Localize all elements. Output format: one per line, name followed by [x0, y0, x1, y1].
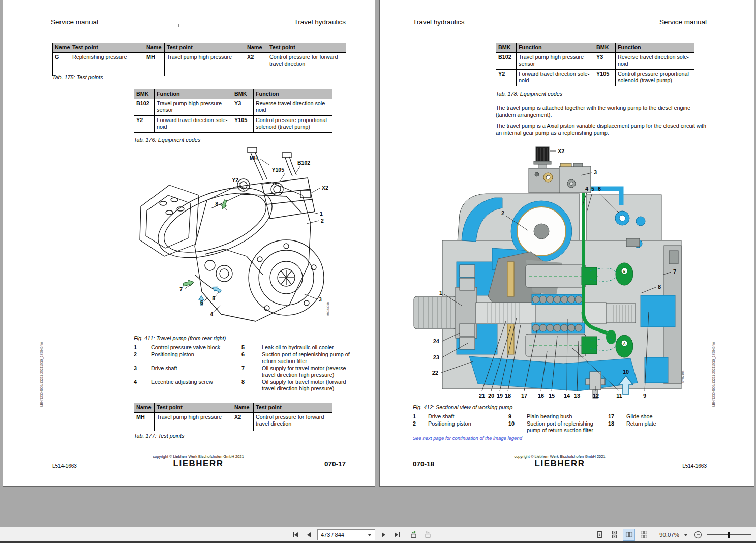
cell: X2 [232, 413, 254, 431]
fig411-image-code: sfh02303b [326, 301, 329, 316]
fig412-callout-23: 23 [433, 354, 439, 360]
page-combo-caret-icon[interactable] [367, 532, 373, 538]
cell: Y3 [232, 99, 254, 116]
legend-number: 2 [413, 420, 428, 434]
legend-number: 17 [608, 413, 626, 420]
two-page-layout-button[interactable] [623, 529, 634, 540]
fig412-callout-20: 20 [488, 393, 494, 399]
fig411-callout-b102: B102 [297, 160, 310, 166]
continuous-layout-button[interactable] [609, 529, 620, 540]
last-page-button[interactable] [391, 529, 403, 540]
cell: MH [134, 413, 155, 431]
copyright-line: copyright © Liebherr-Werk Bischofshofen … [463, 454, 656, 459]
cell: Travel pump high pressure [165, 53, 245, 76]
zoom-caret-icon[interactable] [683, 532, 689, 538]
print-reference-code: LBH/12304902/13211-20211019_135845/en [712, 342, 715, 407]
fig412-callout-12: 12 [593, 393, 599, 399]
single-page-layout-button[interactable] [594, 529, 605, 540]
legend-number: 6 [241, 351, 262, 365]
cell: Replenishing pressure [70, 53, 144, 76]
next-view-button[interactable] [422, 529, 433, 540]
header-cell: Name [245, 43, 267, 53]
legend-text: Leak oil to hydraulic oil cooler [262, 344, 352, 351]
next-page-button[interactable] [378, 529, 389, 540]
liebherr-logo: LIEBHERR [463, 459, 656, 469]
page-number-input[interactable] [318, 532, 367, 538]
fig412-callout-24: 24 [433, 338, 440, 344]
zoom-level-value[interactable]: 90.07% [653, 532, 679, 538]
fig412-image-code: sfh02105 [681, 370, 684, 383]
zoom-out-button[interactable] [692, 529, 704, 540]
fig411-callout-6: 6 [200, 299, 203, 306]
header-cell: Function [155, 89, 232, 99]
previous-view-button[interactable] [408, 529, 419, 540]
fig412-port-marker-b: B [623, 269, 626, 273]
fig412-callout-3: 3 [594, 169, 597, 175]
zoom-out-icon [694, 531, 702, 539]
two-page-continuous-layout-button[interactable] [638, 529, 649, 540]
liebherr-logo: LIEBHERR [102, 459, 295, 469]
cell: Travel pump high pressure [155, 413, 232, 431]
cell: Y3 [594, 53, 616, 70]
body-paragraph: The travel pump is attached together wit… [496, 104, 708, 119]
page-number-combo[interactable] [317, 529, 375, 540]
body-paragraph: The travel pump is a Axial piston variab… [496, 122, 708, 137]
header-cell: Name [134, 403, 155, 413]
fig412-callout-6: 6 [598, 186, 601, 192]
header-rule [51, 27, 346, 27]
table-caption: Tab. 176: Equipment codes [134, 137, 200, 143]
cell: Forward travel direction sole­noid [517, 70, 594, 86]
cell: Y105 [232, 116, 254, 133]
first-page-button[interactable] [290, 529, 301, 540]
next-view-icon [424, 531, 432, 538]
fig412-sectional-view-drawing: X2 3 4 5 6 2 1 24 23 22 7 8 21 20 19 18 … [411, 144, 688, 403]
header-cell: Function [254, 89, 332, 99]
header-cell: Test point [155, 403, 232, 413]
page-number: 070-18 [413, 460, 434, 468]
fig412-callout-4: 4 [585, 186, 589, 192]
fig411-callout-y2: Y2 [232, 177, 238, 183]
header-cell: Name [232, 403, 254, 413]
fig411-callout-x2: X2 [322, 185, 328, 191]
previous-view-icon [410, 531, 418, 538]
fig412-callout-x2: X2 [558, 148, 564, 154]
legend-number: 7 [241, 365, 262, 378]
header-cell: Test point [254, 403, 332, 413]
cell: Y2 [134, 116, 155, 133]
legend-number: 5 [241, 344, 262, 351]
zoom-slider[interactable] [707, 531, 751, 538]
fig412-callout-16: 16 [538, 393, 544, 399]
legend-text: Plain bearing bush [527, 413, 608, 420]
fig412-callout-2: 2 [501, 210, 504, 216]
first-page-icon [292, 531, 299, 538]
pdf-viewer: { "viewer": { "toolbar": { "page_input":… [0, 0, 756, 543]
fig411-callout-7: 7 [179, 286, 183, 292]
header-right: Service manual [567, 18, 707, 26]
legend-text: Control pressure valve block [151, 344, 241, 351]
header-cell: Test point [70, 43, 144, 53]
header-cell: Test point [165, 43, 245, 53]
cell: B102 [496, 53, 517, 70]
fig412-callout-22: 22 [432, 370, 438, 376]
table-caption: Tab. 175: Test points [52, 74, 103, 80]
header-cell: BMK [134, 89, 155, 99]
legend-text: Oil supply for travel motor (forward tra… [262, 379, 352, 392]
fig412-callout-5: 5 [591, 186, 594, 192]
header-rule [413, 27, 707, 27]
fig411-travel-pump-drawing: MH B102 Y105 Y2 X2 8 1 2 7 5 6 4 3 sfh02… [134, 146, 347, 334]
cell: B102 [134, 99, 155, 116]
figure-caption: Fig. 412: Sectional view of working pump [413, 404, 512, 410]
fig412-callout-7: 7 [673, 268, 676, 275]
legend-continuation-link[interactable]: See next page for continuation of the im… [413, 435, 522, 441]
legend-text: Eccentric adjusting screw [151, 379, 241, 392]
cell: Y105 [594, 70, 616, 86]
fig411-callout-4: 4 [210, 311, 213, 317]
legend-text: Drive shaft [428, 413, 508, 420]
header-right: Travel hydraulics [206, 18, 346, 26]
equipment-codes-table-176: BMK Function BMK Function B102 Travel pu… [134, 89, 332, 133]
cell: G [53, 53, 70, 76]
zoom-slider-handle[interactable] [728, 532, 730, 538]
cell: Travel pump high pressure sensor [155, 99, 232, 116]
previous-page-button[interactable] [304, 529, 315, 540]
legend-text: Positioning piston [428, 420, 508, 434]
